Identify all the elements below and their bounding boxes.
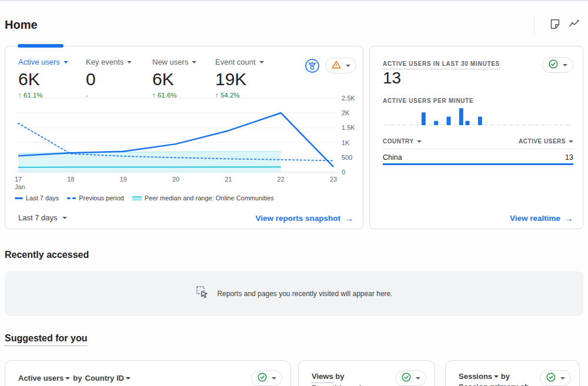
- suggested-card-title: Sessions by Session primary ch...: [459, 371, 542, 386]
- chart-legend: Last 7 days Previous period Peer median …: [15, 194, 274, 202]
- svg-text:18: 18: [67, 176, 74, 183]
- by-label: by: [335, 372, 344, 381]
- recently-accessed-title: Recently accessed: [5, 250, 89, 260]
- caret-down-icon: [560, 377, 565, 380]
- row-percentage-bar: [383, 163, 573, 165]
- country-cell: China: [383, 153, 402, 162]
- realtime-title: ACTIVE USERS IN LAST 30 MINUTES: [383, 61, 500, 69]
- note-button[interactable]: [547, 16, 563, 33]
- caret-down-icon: [65, 377, 70, 380]
- warning-triangle-icon: [331, 59, 342, 72]
- recently-accessed-empty-state: Reports and pages you recently visited w…: [5, 271, 583, 316]
- note-icon: [549, 18, 562, 32]
- caret-down-icon: [259, 61, 264, 63]
- by-label: by: [73, 374, 82, 382]
- legend-peer-median: Peer median and range: Online Communitie…: [132, 194, 274, 202]
- select-cursor-icon: [195, 285, 211, 303]
- insights-button[interactable]: [566, 16, 582, 33]
- svg-text:17: 17: [15, 176, 22, 183]
- data-quality-warning-button[interactable]: [325, 58, 356, 73]
- metric-label: Key events: [86, 58, 123, 66]
- empty-state-text: Reports and pages you recently visited w…: [217, 290, 392, 298]
- svg-text:21: 21: [225, 176, 232, 183]
- active-users-column-header[interactable]: ACTIVE USERS: [519, 138, 573, 145]
- header-divider: [534, 14, 534, 35]
- caret-down-icon: [192, 61, 196, 63]
- view-realtime-link[interactable]: View realtime→: [510, 213, 573, 223]
- per-minute-label: ACTIVE USERS PER MINUTE: [383, 98, 473, 104]
- svg-text:19: 19: [120, 176, 127, 183]
- svg-text:1.5K: 1.5K: [342, 124, 355, 131]
- svg-text:1K: 1K: [342, 139, 350, 146]
- benchmarking-medal-icon: [304, 67, 320, 76]
- svg-text:Jan: Jan: [15, 183, 25, 190]
- svg-text:22: 22: [278, 176, 285, 183]
- top-border: [0, 0, 588, 1]
- table-row[interactable]: China 13: [383, 153, 573, 162]
- check-circle-icon: [257, 372, 268, 384]
- suggested-card-active-users[interactable]: Active users by Country ID: [5, 360, 291, 386]
- metric-value: 0: [86, 70, 132, 89]
- band-swatch-icon: [132, 196, 142, 200]
- benchmarking-button[interactable]: [304, 58, 320, 74]
- view-reports-snapshot-link[interactable]: View reports snapshot→: [255, 213, 353, 223]
- caret-down-icon: [62, 217, 67, 219]
- metric-value: 6K: [18, 70, 68, 89]
- caret-down-icon: [417, 140, 422, 143]
- solid-line-swatch-icon: [15, 197, 23, 199]
- active-users-trend-chart: 05001K1.5K2K2.5K17181920212223Jan: [14, 92, 362, 192]
- date-range-selector[interactable]: Last 7 days: [18, 213, 67, 222]
- legend-previous-period: Previous period: [67, 194, 123, 202]
- realtime-table-headers: COUNTRY ACTIVE USERS: [383, 138, 573, 145]
- suggested-card-views[interactable]: Views by Page title and scree...: [298, 360, 435, 386]
- caret-down-icon: [416, 377, 420, 380]
- dimension-selector[interactable]: Country ID: [85, 374, 131, 382]
- suggested-card-sessions[interactable]: Sessions by Session primary ch...: [445, 360, 580, 386]
- metric-selector[interactable]: Active users: [18, 374, 70, 382]
- card-status-button[interactable]: [540, 370, 571, 386]
- active-users-per-minute-chart: [383, 106, 572, 128]
- metric-value: 6K: [152, 70, 196, 89]
- caret-down-icon: [563, 64, 567, 66]
- suggested-card-title: Views by Page title and scree...: [312, 371, 390, 386]
- arrow-right-icon: →: [564, 213, 573, 223]
- metric-label: New users: [152, 58, 188, 66]
- overview-card: Active users 6K ↑ 61.1% Key events 0 - N…: [5, 46, 363, 229]
- realtime-card: ACTIVE USERS IN LAST 30 MINUTES 13 ACTIV…: [369, 46, 583, 229]
- caret-down-icon: [64, 61, 68, 63]
- caret-down-icon: [346, 65, 350, 67]
- page-title: Home: [5, 18, 38, 32]
- svg-text:500: 500: [342, 154, 352, 161]
- overview-tab-indicator: [18, 44, 64, 48]
- metric-label: Event count: [215, 58, 256, 66]
- metric-selector[interactable]: Views: [312, 371, 333, 383]
- svg-text:20: 20: [172, 176, 179, 183]
- card-status-button[interactable]: [395, 370, 426, 386]
- table-divider: [383, 149, 573, 149]
- svg-text:2K: 2K: [342, 109, 350, 116]
- dimension-selector[interactable]: Session primary ch...: [459, 382, 542, 386]
- legend-last-7-days: Last 7 days: [15, 194, 59, 202]
- dashed-line-swatch-icon: [67, 197, 76, 199]
- active-users-30min-value: 13: [383, 69, 401, 88]
- active-users-cell: 13: [565, 153, 573, 162]
- caret-down-icon: [494, 375, 499, 378]
- metric-label: Active users: [18, 58, 60, 66]
- dimension-selector[interactable]: Page title and scree...: [312, 383, 390, 386]
- card-status-button[interactable]: [251, 370, 282, 386]
- caret-down-icon: [272, 377, 276, 380]
- by-label: by: [501, 372, 510, 381]
- insights-icon: [567, 18, 580, 32]
- svg-text:2.5K: 2.5K: [342, 95, 355, 102]
- suggested-card-title: Active users by Country ID: [18, 374, 131, 382]
- realtime-status-button[interactable]: [542, 57, 573, 73]
- check-circle-icon: [548, 59, 559, 71]
- caret-down-icon: [127, 61, 132, 63]
- country-column-header[interactable]: COUNTRY: [383, 138, 422, 145]
- arrow-right-icon: →: [345, 213, 353, 223]
- metric-selector[interactable]: Sessions: [459, 371, 499, 382]
- metric-value: 19K: [215, 70, 264, 89]
- check-circle-icon: [546, 372, 556, 384]
- svg-text:0: 0: [342, 169, 345, 176]
- check-circle-icon: [401, 372, 412, 384]
